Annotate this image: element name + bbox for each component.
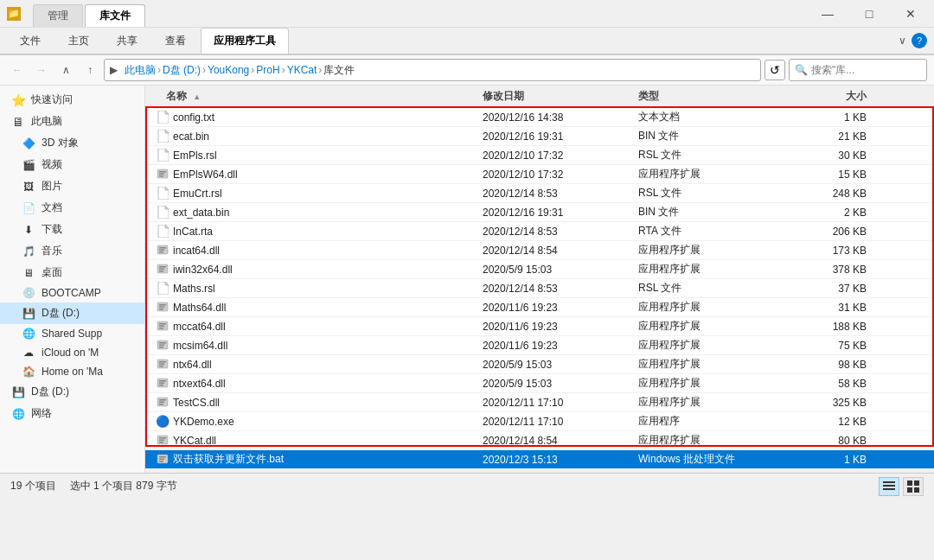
close-button[interactable]: ✕ <box>891 2 931 26</box>
table-row[interactable]: ecat.bin 2020/12/16 19:31 BIN 文件 21 KB <box>145 127 934 146</box>
sidebar-item-network[interactable]: 🌐 网络 <box>0 403 144 424</box>
address-bar: ← → ∧ ↑ ▶ 此电脑 › D盘 (D:) › YouKong › ProH… <box>0 55 934 86</box>
maximize-button[interactable]: □ <box>849 2 889 26</box>
sidebar-item-docs[interactable]: 📄 文档 <box>0 197 144 219</box>
svg-rect-41 <box>159 456 166 458</box>
sidebar-item-thispc[interactable]: 🖥 此电脑 <box>0 111 144 132</box>
music-icon: 🎵 <box>21 245 36 258</box>
search-box[interactable]: 🔍 <box>789 59 927 81</box>
file-date: 2020/5/9 15:03 <box>483 264 638 276</box>
file-name: YKCat.dll <box>173 435 483 447</box>
sep4: › <box>282 64 285 76</box>
3d-icon: 🔷 <box>21 137 36 150</box>
file-name: ecat.bin <box>173 130 483 143</box>
file-name: EmuCrt.rsl <box>173 188 483 200</box>
ribbon-tab-file[interactable]: 文件 <box>7 28 54 54</box>
breadcrumb-pc-label[interactable]: 此电脑 <box>125 63 156 78</box>
breadcrumb-proh[interactable]: ProH <box>256 64 279 76</box>
table-row[interactable]: 🔵 YKDemo.exe 2020/12/11 17:10 应用程序 12 KB <box>145 412 934 431</box>
file-type: 应用程序扩展 <box>638 357 794 372</box>
svg-rect-43 <box>159 461 163 462</box>
breadcrumb-youkong[interactable]: YouKong <box>208 64 249 76</box>
svg-rect-29 <box>159 380 166 382</box>
table-row[interactable]: ntx64.dll 2020/5/9 15:03 应用程序扩展 98 KB <box>145 355 934 374</box>
table-row[interactable]: TestCS.dll 2020/12/11 17:10 应用程序扩展 325 K… <box>145 393 934 412</box>
table-row[interactable]: config.txt 2020/12/16 14:38 文本文档 1 KB <box>145 108 934 127</box>
col-header-type[interactable]: 类型 <box>638 89 794 104</box>
table-row[interactable]: 双击获取并更新文件.bat 2020/12/3 15:13 Windows 批处… <box>145 450 934 469</box>
table-row[interactable]: Maths64.dll 2020/11/6 19:23 应用程序扩展 31 KB <box>145 298 934 317</box>
sidebar-item-downloads[interactable]: ⬇ 下载 <box>0 219 144 240</box>
breadcrumb-drive[interactable]: D盘 (D:) <box>163 63 201 78</box>
col-header-name[interactable]: 名称 ▲ <box>145 89 483 104</box>
refresh-button[interactable]: ↺ <box>764 60 785 80</box>
file-list-container: 名称 ▲ 修改日期 类型 大小 config.txt 2020/12/16 14… <box>145 86 934 473</box>
sidebar-item-desktop[interactable]: 🖥 桌面 <box>0 262 144 283</box>
view-detail-button[interactable] <box>903 477 924 496</box>
file-date: 2020/12/16 19:31 <box>483 207 638 219</box>
table-row[interactable]: ext_data.bin 2020/12/16 19:31 BIN 文件 2 K… <box>145 203 934 222</box>
table-row[interactable]: YKCat.dll 2020/12/14 8:54 应用程序扩展 80 KB <box>145 431 934 450</box>
table-row[interactable]: mcsim64.dll 2020/11/6 19:23 应用程序扩展 75 KB <box>145 336 934 355</box>
table-row[interactable]: EmPlsW64.dll 2020/12/10 17:32 应用程序扩展 15 … <box>145 165 934 184</box>
up-button[interactable]: ↑ <box>80 60 100 80</box>
file-size: 21 KB <box>794 130 880 143</box>
sidebar-item-video[interactable]: 🎬 视频 <box>0 154 144 175</box>
table-row[interactable]: EmPls.rsl 2020/12/10 17:32 RSL 文件 30 KB <box>145 146 934 165</box>
sidebar-item-ddrive[interactable]: 💾 D盘 (D:) <box>0 302 144 324</box>
file-size: 75 KB <box>794 340 880 352</box>
file-size: 188 KB <box>794 321 880 333</box>
file-size: 325 KB <box>794 397 880 409</box>
svg-rect-1 <box>159 171 166 173</box>
table-row[interactable]: Maths.rsl 2020/12/14 8:53 RSL 文件 37 KB <box>145 279 934 298</box>
address-path[interactable]: ▶ 此电脑 › D盘 (D:) › YouKong › ProH › YKCat… <box>104 59 761 81</box>
sidebar-item-quickaccess[interactable]: ⭐ 快速访问 <box>0 89 144 111</box>
file-icon <box>152 358 173 372</box>
file-date: 2020/12/10 17:32 <box>483 169 638 181</box>
breadcrumb-ykcat[interactable]: YKCat <box>287 64 317 76</box>
svg-rect-10 <box>159 268 164 270</box>
ribbon-tab-view[interactable]: 查看 <box>152 28 199 54</box>
back-button[interactable]: ← <box>7 60 28 80</box>
sidebar-item-pictures-label: 图片 <box>42 179 62 194</box>
up-small-button[interactable]: ∧ <box>55 60 76 80</box>
status-bar-right <box>879 477 924 496</box>
tab-library[interactable]: 库文件 <box>85 4 145 27</box>
ribbon-collapse-icon[interactable]: ∨ <box>899 35 906 47</box>
sidebar-item-bootcamp[interactable]: 💿 BOOTCAMP <box>0 283 144 302</box>
sidebar-item-icloud[interactable]: ☁ iCloud on 'M <box>0 343 144 362</box>
breadcrumb-library: 库文件 <box>323 63 355 78</box>
file-size: 248 KB <box>794 188 880 200</box>
file-type: 应用程序扩展 <box>638 395 794 410</box>
view-list-button[interactable] <box>879 477 899 496</box>
col-header-size[interactable]: 大小 <box>794 89 880 104</box>
ribbon-tab-home[interactable]: 主页 <box>55 28 102 54</box>
main-area: ⭐ 快速访问 🖥 此电脑 🔷 3D 对象 🎬 视频 🖼 图片 📄 文档 ⬇ 下载 <box>0 86 934 473</box>
sidebar-item-docs-label: 文档 <box>42 200 62 215</box>
file-icon <box>152 377 173 391</box>
ribbon-tab-share[interactable]: 共享 <box>104 28 150 54</box>
table-row[interactable]: mccat64.dll 2020/11/6 19:23 应用程序扩展 188 K… <box>145 317 934 336</box>
sidebar-item-3d[interactable]: 🔷 3D 对象 <box>0 132 144 154</box>
forward-button[interactable]: → <box>31 60 52 80</box>
table-row[interactable]: ntxext64.dll 2020/5/9 15:03 应用程序扩展 58 KB <box>145 374 934 393</box>
sidebar-item-pictures[interactable]: 🖼 图片 <box>0 175 144 197</box>
ribbon-tabs: 文件 主页 共享 查看 应用程序工具 ∨ ? <box>0 28 934 54</box>
home-icon: 🏠 <box>21 366 36 378</box>
table-row[interactable]: InCat.rta 2020/12/14 8:53 RTA 文件 206 KB <box>145 222 934 241</box>
table-row[interactable]: incat64.dll 2020/12/14 8:54 应用程序扩展 173 K… <box>145 241 934 260</box>
ribbon-help-icon[interactable]: ? <box>912 33 927 48</box>
table-row[interactable]: iwin32x64.dll 2020/5/9 15:03 应用程序扩展 378 … <box>145 260 934 279</box>
minimize-button[interactable]: — <box>808 2 848 26</box>
search-input[interactable] <box>811 64 921 76</box>
sidebar-item-ddrive2[interactable]: 💾 D盘 (D:) <box>0 381 144 403</box>
table-row[interactable]: EmuCrt.rsl 2020/12/14 8:53 RSL 文件 248 KB <box>145 184 934 203</box>
sidebar-item-home[interactable]: 🏠 Home on 'Ma <box>0 362 144 381</box>
ribbon-tab-apptools[interactable]: 应用程序工具 <box>201 28 289 54</box>
svg-rect-21 <box>159 342 166 344</box>
tab-manage[interactable]: 管理 <box>33 4 83 27</box>
sidebar-item-music[interactable]: 🎵 音乐 <box>0 240 144 262</box>
col-header-date[interactable]: 修改日期 <box>483 89 638 104</box>
sidebar-item-shared[interactable]: 🌐 Shared Supp <box>0 324 144 343</box>
sidebar-item-icloud-label: iCloud on 'M <box>42 347 99 359</box>
